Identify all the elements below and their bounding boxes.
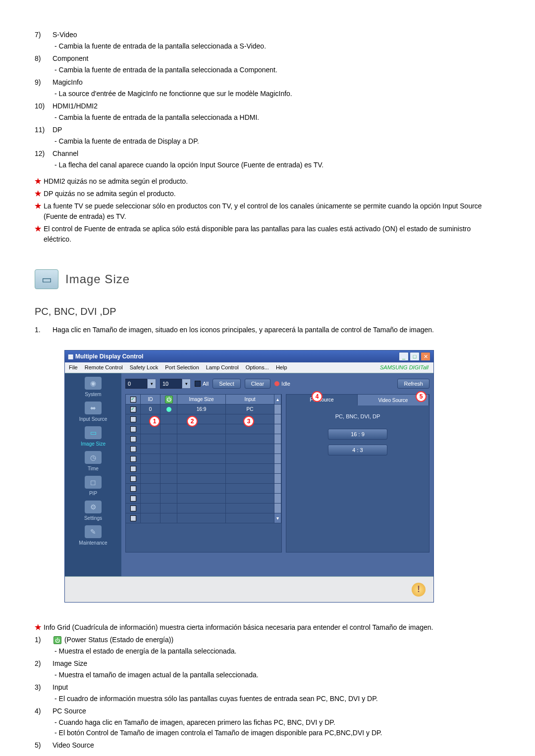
- sidebar-item-image-size[interactable]: ▭Image Size: [66, 425, 120, 450]
- col-input: Input: [226, 395, 274, 404]
- menubar: File Remote Control Safety Lock Port Sel…: [65, 362, 433, 373]
- row-checkbox[interactable]: [130, 406, 136, 412]
- list-item: 5) Video Source: [35, 740, 500, 752]
- notes-block: ★HDMI2 quizás no se admita según el prod…: [35, 176, 500, 245]
- sidebar-item-maintenance[interactable]: ✎Maintenance: [66, 524, 120, 549]
- list-item: 4) PC Source - Cuando haga clic en Tamañ…: [35, 706, 500, 738]
- range-end-spinner[interactable]: ▾: [160, 379, 191, 389]
- row-checkbox[interactable]: [130, 416, 136, 422]
- sidebar-item-system[interactable]: ◉System: [66, 375, 120, 400]
- note-text: La fuente TV se puede seleccionar sólo e…: [44, 201, 500, 222]
- close-button[interactable]: ✕: [421, 352, 430, 361]
- callout-3-icon: 3: [243, 416, 254, 427]
- row-checkbox[interactable]: [130, 515, 136, 521]
- section-header: ▭ Image Size: [35, 269, 500, 289]
- maximize-button[interactable]: □: [410, 352, 420, 361]
- scroll-up-icon[interactable]: ▴: [274, 395, 281, 404]
- item-title: DP: [53, 125, 500, 135]
- menu-file[interactable]: File: [69, 363, 78, 372]
- all-checkbox[interactable]: All: [195, 380, 209, 388]
- star-icon: ★: [35, 622, 44, 633]
- row-checkbox[interactable]: [130, 446, 136, 452]
- source-tabs-panel: PC Source Video Source PC, BNC, DVI, DP …: [286, 394, 429, 553]
- idle-dot-icon: [274, 381, 279, 386]
- select-button[interactable]: Select: [213, 379, 241, 389]
- spinner-down-icon[interactable]: ▾: [147, 379, 156, 389]
- range-start-input[interactable]: [125, 379, 147, 389]
- item-number: 5): [35, 740, 53, 752]
- item-number: 1.: [35, 325, 53, 335]
- col-check[interactable]: [126, 395, 141, 404]
- note-text: Info Grid (Cuadrícula de información) mu…: [44, 622, 500, 633]
- row-checkbox[interactable]: [130, 466, 136, 472]
- col-image-size: Image Size: [177, 395, 226, 404]
- list-item: 12) Channel - La flecha del canal aparec…: [35, 149, 500, 170]
- item-desc: - La source d'entrée de MagicInfo ne fon…: [54, 89, 500, 99]
- menu-port-selection[interactable]: Port Selection: [165, 363, 199, 372]
- item-desc: - Muestra el estado de energía de la pan…: [54, 646, 500, 656]
- info-grid-note: ★ Info Grid (Cuadrícula de información) …: [35, 622, 500, 633]
- cell-power: [160, 404, 177, 414]
- range-end-input[interactable]: [160, 379, 182, 389]
- toolbar: ▾ ▾ All Select Clear Idle Refresh: [121, 373, 433, 394]
- item-number: 7): [35, 30, 53, 51]
- item-number: 10): [35, 101, 53, 123]
- row-checkbox[interactable]: [130, 505, 136, 511]
- menu-safety-lock[interactable]: Safety Lock: [130, 363, 158, 372]
- sidebar-item-input-source[interactable]: ⬌Input Source: [66, 400, 120, 425]
- item-title: Video Source: [53, 740, 500, 751]
- item-desc: - La flecha del canal aparece cuando la …: [54, 160, 500, 170]
- sidebar-item-settings[interactable]: ⚙Settings: [66, 499, 120, 524]
- app-screenshot: ▦Multiple Display Control _ □ ✕ File Rem…: [64, 350, 500, 603]
- image-size-section-icon: ▭: [35, 269, 58, 289]
- note-item: ★La fuente TV se puede seleccionar sólo …: [35, 201, 500, 222]
- col-power: ⏻: [160, 395, 177, 404]
- table-header: ID ⏻ Image Size Input ▴: [126, 395, 281, 404]
- callout-4-icon: 4: [312, 391, 322, 402]
- range-start-spinner[interactable]: ▾: [125, 379, 156, 389]
- info-grid-table: ID ⏻ Image Size Input ▴ 0 16:9 PC: [125, 394, 282, 553]
- refresh-button[interactable]: Refresh: [397, 379, 429, 389]
- item-number: 12): [35, 149, 53, 170]
- scrollbar-track[interactable]: [274, 404, 281, 414]
- menu-remote-control[interactable]: Remote Control: [85, 363, 123, 372]
- item-desc: - Cambia la fuente de entrada de la pant…: [54, 112, 500, 123]
- item-desc: - Cambia la fuente de entrada de Display…: [54, 136, 500, 147]
- tab-heading: PC, BNC, DVI, DP: [335, 412, 380, 421]
- window-title: Multiple Display Control: [75, 352, 143, 361]
- row-checkbox[interactable]: [130, 476, 136, 482]
- row-checkbox[interactable]: [130, 486, 136, 492]
- sidebar-item-pip[interactable]: ◻PIP: [66, 474, 120, 499]
- note-text: HDMI2 quizás no se admita según el produ…: [44, 176, 500, 187]
- clear-button[interactable]: Clear: [245, 379, 270, 389]
- star-icon: ★: [35, 176, 44, 187]
- item-title: Image Size: [53, 658, 500, 669]
- item-title: HDMI1/HDMI2: [53, 101, 500, 111]
- row-checkbox[interactable]: [130, 496, 136, 502]
- sidebar-item-time[interactable]: ◷Time: [66, 450, 120, 474]
- intro-text: Haga clic en Tamaño de imagen, situado e…: [53, 325, 500, 335]
- ratio-16-9-button[interactable]: 16 : 9: [328, 429, 387, 440]
- ratio-4-3-button[interactable]: 4 : 3: [328, 445, 387, 455]
- item-number: 8): [35, 53, 53, 75]
- spinner-down-icon[interactable]: ▾: [182, 379, 191, 389]
- row-checkbox[interactable]: [130, 436, 136, 442]
- power-status-icon: ⏻: [54, 636, 61, 644]
- menu-help[interactable]: Help: [276, 363, 287, 372]
- item-title: PC Source: [53, 706, 500, 716]
- row-checkbox[interactable]: [130, 426, 136, 432]
- item-number: 3): [35, 682, 53, 704]
- row-checkbox[interactable]: [130, 456, 136, 462]
- star-icon: ★: [35, 201, 44, 222]
- table-row[interactable]: 0 16:9 PC: [126, 404, 281, 414]
- minimize-button[interactable]: _: [399, 352, 409, 361]
- app-window: ▦Multiple Display Control _ □ ✕ File Rem…: [64, 350, 434, 603]
- note-item: ★DP quizás no se admita según el product…: [35, 189, 500, 199]
- menu-lamp-control[interactable]: Lamp Control: [206, 363, 239, 372]
- sidebar: ◉System ⬌Input Source ▭Image Size ◷Time …: [65, 373, 121, 576]
- item-desc: - El botón Control de Tamaño de imagen c…: [54, 728, 500, 738]
- menu-options[interactable]: Options...: [246, 363, 269, 372]
- scroll-down-icon[interactable]: ▾: [274, 513, 281, 523]
- cell-image-size: 16:9: [177, 404, 226, 414]
- col-id: ID: [141, 395, 160, 404]
